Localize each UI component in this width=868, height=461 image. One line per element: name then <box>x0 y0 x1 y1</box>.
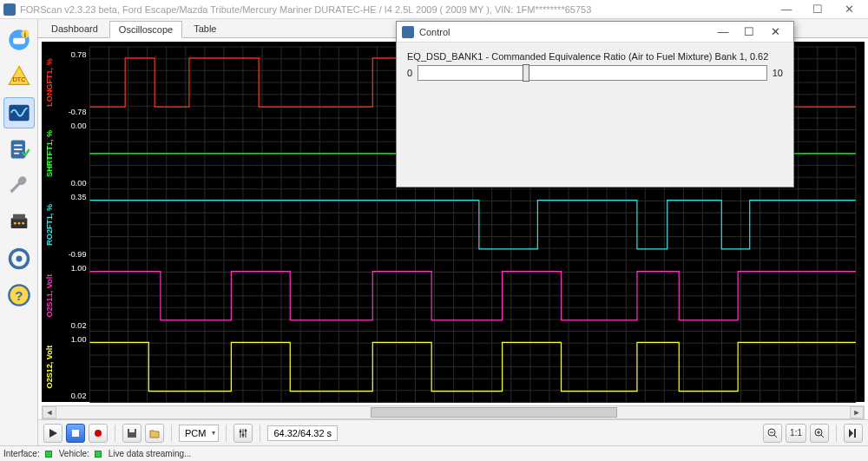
control-dialog[interactable]: Control — ☐ ✕ EQ_DSD_BANK1 - Commanded E… <box>396 21 794 188</box>
zoom-ratio-button[interactable]: 1:1 <box>786 424 806 443</box>
dialog-close-button[interactable]: ✕ <box>762 25 788 38</box>
dialog-maximize-button[interactable]: ☐ <box>736 25 762 38</box>
svg-point-122 <box>245 429 247 431</box>
minimize-button[interactable]: — <box>771 1 802 18</box>
svg-marker-115 <box>49 429 57 438</box>
slider-handle[interactable] <box>523 64 529 82</box>
svg-text:O2S11, Volt: O2S11, Volt <box>45 274 54 318</box>
status-interface-label: Interface: <box>3 449 40 458</box>
dialog-app-icon <box>402 26 414 38</box>
sidebar-tests-icon[interactable] <box>3 134 35 165</box>
svg-point-120 <box>240 430 242 432</box>
dialog-titlebar[interactable]: Control — ☐ ✕ <box>397 22 793 43</box>
svg-rect-116 <box>72 430 79 437</box>
svg-text:1.00: 1.00 <box>71 335 87 344</box>
parameter-slider[interactable] <box>418 65 767 81</box>
sidebar-service-icon[interactable] <box>3 170 35 201</box>
window-title: FORScan v2.3.23 beta, Ford Escape/Mazda … <box>20 4 771 15</box>
svg-rect-119 <box>129 429 135 432</box>
svg-point-10 <box>13 222 16 225</box>
svg-point-12 <box>22 222 24 225</box>
sidebar-oscilloscope-icon[interactable] <box>3 97 35 128</box>
status-vehicle-label: Vehicle: <box>59 449 89 458</box>
svg-rect-6 <box>9 105 29 122</box>
save-button[interactable] <box>122 424 141 443</box>
svg-text:-0.99: -0.99 <box>69 250 87 259</box>
sidebar-settings-icon[interactable] <box>3 243 35 274</box>
dialog-minimize-button[interactable]: — <box>710 25 736 38</box>
svg-text:RO2FT1, %: RO2FT1, % <box>45 204 54 246</box>
svg-text:0.02: 0.02 <box>71 321 87 330</box>
zoom-out-button[interactable] <box>763 424 782 443</box>
svg-text:0.00: 0.00 <box>71 179 87 188</box>
svg-rect-1 <box>13 38 25 44</box>
sidebar-vehicle-icon[interactable]: i <box>3 24 35 56</box>
time-display: 64.32/64.32 s <box>267 425 338 441</box>
svg-text:1.00: 1.00 <box>71 264 87 273</box>
dialog-parameter-text: EQ_DSD_BANK1 - Commanded Equivalence Rat… <box>407 51 783 62</box>
svg-text:DTC: DTC <box>12 76 24 82</box>
svg-point-121 <box>242 433 245 436</box>
svg-text:i: i <box>24 31 26 39</box>
tab-table[interactable]: Table <box>184 20 226 37</box>
interface-led-icon <box>45 451 52 458</box>
close-button[interactable]: ✕ <box>833 1 865 18</box>
svg-text:O2S12, Volt: O2S12, Volt <box>45 346 54 389</box>
sidebar: i DTC ? <box>0 19 38 445</box>
goto-end-button[interactable] <box>844 424 863 443</box>
scroll-right-icon[interactable]: ► <box>850 406 864 418</box>
svg-text:LONGFT1, %: LONGFT1, % <box>45 58 54 106</box>
sliders-button[interactable] <box>233 424 253 443</box>
horizontal-scrollbar[interactable]: ◄ ► <box>42 405 865 419</box>
scroll-left-icon[interactable]: ◄ <box>43 406 56 418</box>
svg-line-127 <box>821 435 824 438</box>
record-button[interactable] <box>89 424 108 443</box>
play-button[interactable] <box>43 424 62 443</box>
svg-text:0.00: 0.00 <box>71 122 87 130</box>
maximize-button[interactable]: ☐ <box>802 1 833 18</box>
sidebar-dtc-icon[interactable]: DTC <box>3 61 35 92</box>
zoom-in-button[interactable] <box>810 424 829 443</box>
vehicle-led-icon <box>95 451 102 458</box>
tab-oscilloscope[interactable]: Oscilloscope <box>109 21 182 38</box>
open-button[interactable] <box>145 424 164 443</box>
module-select[interactable]: PCM <box>179 425 219 442</box>
svg-point-11 <box>17 222 20 225</box>
svg-text:-0.78: -0.78 <box>69 108 87 116</box>
svg-text:0.02: 0.02 <box>71 392 87 400</box>
svg-rect-9 <box>13 214 25 220</box>
sidebar-config-icon[interactable] <box>3 207 35 238</box>
dialog-title: Control <box>419 27 710 37</box>
stop-button[interactable] <box>66 424 85 443</box>
svg-rect-131 <box>854 429 856 438</box>
status-stream-text: Live data streaming... <box>108 449 192 458</box>
tab-dashboard[interactable]: Dashboard <box>42 20 108 37</box>
svg-text:0.35: 0.35 <box>71 193 87 201</box>
svg-text:0.78: 0.78 <box>71 50 87 59</box>
svg-text:SHRTFT1, %: SHRTFT1, % <box>45 130 54 177</box>
sidebar-help-icon[interactable]: ? <box>3 280 35 311</box>
svg-point-117 <box>95 430 102 437</box>
slider-max-label: 10 <box>773 68 783 78</box>
app-icon <box>3 3 16 16</box>
statusbar: Interface: Vehicle: Live data streaming.… <box>0 445 868 461</box>
titlebar: FORScan v2.3.23 beta, Ford Escape/Mazda … <box>0 0 868 19</box>
svg-point-14 <box>16 256 22 262</box>
bottom-toolbar: PCM 64.32/64.32 s 1:1 <box>38 419 868 445</box>
svg-marker-130 <box>849 429 853 438</box>
svg-line-124 <box>774 435 777 438</box>
scroll-thumb[interactable] <box>371 407 617 418</box>
svg-text:?: ? <box>15 288 23 303</box>
slider-min-label: 0 <box>407 68 412 78</box>
